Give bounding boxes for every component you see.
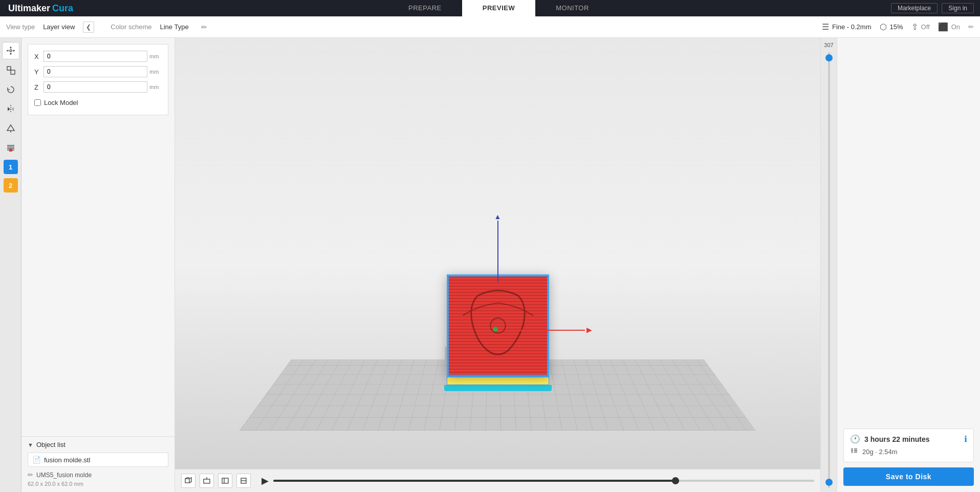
lock-model-checkbox[interactable] xyxy=(34,99,41,106)
logo-area: Ultimaker Cura xyxy=(0,3,113,14)
object-detail-name: UMS5_fusion molde xyxy=(36,472,92,479)
progress-thumb[interactable] xyxy=(672,477,679,484)
slider-track[interactable] xyxy=(828,52,830,488)
print-time: 3 hours 22 minutes xyxy=(864,435,960,443)
view-type-label: View type xyxy=(6,23,35,31)
model-base xyxy=(444,385,552,391)
svg-rect-2 xyxy=(11,70,15,74)
material-info: 20g · 2.54m xyxy=(862,448,898,456)
lock-model-row: Lock Model xyxy=(34,97,162,109)
color-scheme-value: Line Type xyxy=(160,23,188,31)
svg-rect-17 xyxy=(222,478,228,483)
z-input[interactable] xyxy=(43,81,147,93)
svg-point-13 xyxy=(490,318,505,333)
object-file-icon: 📄 xyxy=(32,456,41,464)
second-toolbar: View type Layer view ❮ Color scheme Line… xyxy=(0,16,980,38)
svg-rect-14 xyxy=(185,479,189,483)
view-top-button[interactable] xyxy=(200,474,214,488)
x-coord-row: X mm xyxy=(34,51,162,62)
right-slider: 307 xyxy=(820,38,837,492)
progress-fill xyxy=(273,480,679,482)
color-scheme-label: Color scheme xyxy=(111,23,151,31)
tab-monitor[interactable]: MONITOR xyxy=(535,0,609,16)
z-label: Z xyxy=(34,83,43,91)
profile-value: Fine - 0.2mm xyxy=(832,23,872,31)
nav-tabs: PREPARE PREVIEW MONITOR xyxy=(113,0,885,16)
lock-model-label: Lock Model xyxy=(44,99,78,106)
svg-rect-12 xyxy=(9,149,12,152)
slider-thumb-top[interactable] xyxy=(825,54,833,61)
infill-group: ⬡ 15% xyxy=(880,22,903,32)
svg-rect-15 xyxy=(204,479,210,483)
y-unit: mm xyxy=(149,69,162,75)
playback-controls: ▶ xyxy=(259,475,814,486)
support-icon: ⇧ xyxy=(911,22,918,32)
viewport[interactable]: Ul__r xyxy=(175,38,820,492)
y-input[interactable] xyxy=(43,66,147,77)
sidebar-rotate-btn[interactable] xyxy=(2,81,19,98)
object-dimensions: 62.0 x 20.0 x 62.0 mm xyxy=(28,480,168,488)
adhesion-label: On xyxy=(951,23,960,31)
sidebar-support-btn[interactable] xyxy=(2,120,19,137)
adhesion-icon: ⬛ xyxy=(938,22,948,32)
collapse-panel-button[interactable]: ❮ xyxy=(83,22,94,33)
y-coord-row: Y mm xyxy=(34,66,162,77)
toolbar-right: ☰ Fine - 0.2mm ⬡ 15% ⇧ Off ⬛ On ✏ xyxy=(822,22,974,32)
support-label: Off xyxy=(921,23,930,31)
slider-max-value: 307 xyxy=(824,42,833,48)
model-bottom-layer xyxy=(447,377,549,385)
object-list-title: Object list xyxy=(36,441,66,448)
model-container xyxy=(439,274,557,392)
profile-group: ☰ Fine - 0.2mm xyxy=(822,22,872,32)
marketplace-button[interactable]: Marketplace xyxy=(891,3,938,13)
model-logo-svg xyxy=(448,275,548,376)
object-filename: fusion molde.stl xyxy=(44,456,90,464)
tab-preview[interactable]: PREVIEW xyxy=(462,0,535,16)
edit-settings-icon[interactable]: ✏ xyxy=(968,23,974,31)
view-front-button[interactable] xyxy=(218,474,232,488)
material-icon xyxy=(850,447,858,457)
z-unit: mm xyxy=(149,84,162,90)
profile-icon: ☰ xyxy=(822,22,829,32)
object-list-header[interactable]: ▼ Object list xyxy=(28,441,168,448)
view-type-value: Layer view xyxy=(43,23,75,31)
clock-icon: 🕐 xyxy=(850,434,860,444)
sidebar-move-btn[interactable] xyxy=(2,42,19,59)
support-group: ⇧ Off xyxy=(911,22,930,32)
edit-color-scheme-icon[interactable]: ✏ xyxy=(201,23,207,31)
nav-right: Marketplace Sign in xyxy=(885,3,980,13)
logo-cura: Cura xyxy=(52,3,73,14)
left-panel: X mm Y mm Z mm Lock Model xyxy=(21,38,175,492)
axis-center-dot xyxy=(493,327,498,332)
object-list-section: ▼ Object list 📄 fusion molde.stl ✏ UMS5_… xyxy=(21,436,175,492)
right-panel: 🕐 3 hours 22 minutes ℹ 20g · 2.54m xyxy=(837,38,980,492)
play-button[interactable]: ▶ xyxy=(259,475,271,486)
x-input[interactable] xyxy=(43,51,147,62)
badge-1[interactable]: 1 xyxy=(4,160,18,174)
info-icon[interactable]: ℹ xyxy=(964,434,967,444)
x-unit: mm xyxy=(149,53,162,59)
slider-thumb-bottom[interactable] xyxy=(825,479,833,486)
view-3d-button[interactable] xyxy=(181,474,195,488)
svg-marker-6 xyxy=(7,125,14,131)
sidebar-mirror-btn[interactable] xyxy=(2,100,19,118)
infill-icon: ⬡ xyxy=(880,22,887,32)
object-detail-icon: ✏ xyxy=(28,471,33,479)
axis-x-arrow xyxy=(518,330,585,331)
tab-prepare[interactable]: PREPARE xyxy=(388,0,462,16)
badge-2[interactable]: 2 xyxy=(4,178,18,192)
object-item[interactable]: 📄 fusion molde.stl xyxy=(28,453,168,467)
view-side-button[interactable] xyxy=(236,474,251,488)
model-box xyxy=(447,274,549,377)
save-to-disk-button[interactable]: Save to Disk xyxy=(843,467,974,486)
panel-spacer xyxy=(21,121,175,436)
svg-point-0 xyxy=(10,50,12,52)
sidebar-scale-btn[interactable] xyxy=(2,61,19,79)
x-label: X xyxy=(34,53,43,60)
progress-track[interactable] xyxy=(273,480,814,482)
material-row: 20g · 2.54m xyxy=(850,447,967,457)
svg-rect-1 xyxy=(7,67,11,70)
axis-y-arrow xyxy=(497,221,498,282)
sidebar-layers-btn[interactable] xyxy=(2,139,19,157)
signin-button[interactable]: Sign in xyxy=(942,3,974,13)
